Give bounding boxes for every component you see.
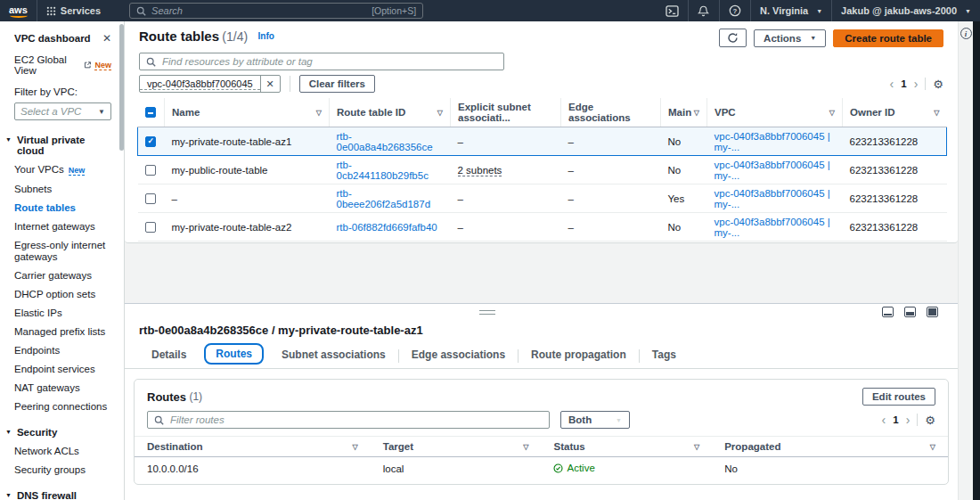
- sort-icon[interactable]: ▽: [523, 443, 528, 451]
- remove-filter-icon[interactable]: ✕: [260, 76, 280, 92]
- panel-layout-split-icon[interactable]: [904, 307, 916, 317]
- sort-icon[interactable]: ▽: [353, 443, 358, 451]
- split-panel-drag-handle[interactable]: [479, 310, 495, 315]
- sidebar-scrollbar[interactable]: [118, 21, 125, 500]
- sidebar-item-nat-gateways[interactable]: NAT gateways: [14, 382, 111, 394]
- result-count: (1/4): [222, 29, 248, 44]
- info-link[interactable]: Info: [258, 31, 274, 41]
- help-button[interactable]: ?: [720, 0, 750, 21]
- sort-icon[interactable]: ▽: [829, 109, 835, 117]
- route-table-id-link[interactable]: rtb-06f882fd669fafb40: [337, 222, 437, 233]
- sidebar-item-internet-gateways[interactable]: Internet gateways: [14, 221, 111, 233]
- refresh-button[interactable]: [719, 29, 747, 47]
- route-type-select[interactable]: Both ▼: [560, 411, 630, 429]
- sort-icon[interactable]: ▽: [316, 109, 322, 117]
- prev-page-icon[interactable]: ‹: [882, 414, 886, 426]
- prev-page-icon[interactable]: ‹: [890, 78, 894, 90]
- collapsed-help-panel-strip[interactable]: [973, 21, 980, 500]
- create-route-table-button[interactable]: Create route table: [833, 29, 943, 47]
- tab-route-propagation[interactable]: Route propagation: [519, 343, 639, 368]
- cell-name: my-private-route-table-az2: [165, 213, 330, 242]
- routes-filter-input[interactable]: [170, 414, 543, 425]
- sidebar-title[interactable]: VPC dashboard: [14, 33, 91, 44]
- routes-filter[interactable]: [147, 411, 550, 429]
- row-checkbox[interactable]: [145, 193, 156, 204]
- close-icon[interactable]: ✕: [102, 32, 111, 45]
- tab-details[interactable]: Details: [139, 343, 199, 368]
- subnet-associations-link[interactable]: 2 subnets: [458, 165, 502, 176]
- row-checkbox[interactable]: [145, 222, 156, 233]
- route-table-id-link[interactable]: rtb-0e00a8a4b268356ce: [337, 131, 433, 152]
- table-row[interactable]: my-private-route-table-az1 rtb-0e00a8a4b…: [138, 127, 947, 156]
- sort-icon[interactable]: ▽: [437, 109, 443, 117]
- sort-icon[interactable]: ▽: [694, 109, 699, 117]
- cell-name: my-private-route-table-az1: [165, 127, 330, 156]
- vpc-link[interactable]: vpc-040f3a8bbf7006045 | my-...: [715, 160, 830, 181]
- sidebar-item-security-groups[interactable]: Security groups: [14, 464, 111, 476]
- panel-layout-bottom-icon[interactable]: [882, 307, 894, 317]
- global-search-input[interactable]: [151, 5, 366, 16]
- aws-logo[interactable]: aws: [9, 4, 28, 18]
- sidebar-item-network-acls[interactable]: Network ACLs: [14, 446, 111, 457]
- vpc-link[interactable]: vpc-040f3a8bbf7006045 | my-...: [715, 131, 830, 152]
- info-icon[interactable]: i: [960, 28, 972, 39]
- sidebar-item-your-vpcs[interactable]: Your VPCsNew: [14, 164, 111, 176]
- panel-layout-full-icon[interactable]: [927, 307, 938, 317]
- column-header-explicit-subnet-associations: Explicit subnet associati...: [458, 102, 531, 123]
- vpc-link[interactable]: vpc-040f3a8bbf7006045 | my-...: [715, 217, 830, 238]
- resource-filter[interactable]: [139, 53, 504, 70]
- cloudshell-button[interactable]: [657, 0, 688, 21]
- page-number[interactable]: 1: [901, 78, 906, 89]
- sort-icon[interactable]: ▽: [934, 109, 939, 117]
- sidebar-item-route-tables[interactable]: Route tables: [14, 202, 111, 214]
- tab-edge-associations[interactable]: Edge associations: [399, 343, 518, 368]
- tab-subnet-associations[interactable]: Subnet associations: [269, 343, 398, 368]
- sidebar-item-endpoint-services[interactable]: Endpoint services: [14, 364, 111, 375]
- resource-filter-input[interactable]: [162, 56, 497, 67]
- new-badge: New: [94, 61, 111, 70]
- sidebar-item-dhcp-option-sets[interactable]: DHCP option sets: [14, 289, 111, 300]
- vpc-link[interactable]: vpc-040f3a8bbf7006045 | my-...: [715, 188, 830, 209]
- table-row[interactable]: – rtb-0beee206f2a5d187d – – Yes vpc-040f…: [138, 184, 947, 213]
- table-settings-gear-icon[interactable]: ⚙: [933, 78, 943, 90]
- sidebar-item-ec2-global-view[interactable]: EC2 Global View New: [14, 54, 111, 76]
- table-settings-gear-icon[interactable]: ⚙: [925, 414, 935, 426]
- sort-icon[interactable]: ▽: [930, 443, 935, 451]
- column-header-name: Name: [172, 107, 200, 118]
- sidebar-item-elastic-ips[interactable]: Elastic IPs: [14, 307, 111, 319]
- sort-icon[interactable]: ▽: [694, 443, 699, 451]
- sidebar-item-endpoints[interactable]: Endpoints: [14, 345, 111, 357]
- tab-routes[interactable]: Routes: [204, 343, 264, 365]
- route-table-id-link[interactable]: rtb-0cb2441180b29fb5c: [337, 160, 429, 181]
- services-menu-button[interactable]: Services: [37, 0, 110, 21]
- sidebar-item-egress-only-internet-gateways[interactable]: Egress-only internet gateways: [14, 240, 111, 263]
- table-row[interactable]: my-public-route-table rtb-0cb2441180b29f…: [138, 156, 947, 184]
- sidebar-item-managed-prefix-lists[interactable]: Managed prefix lists: [14, 326, 111, 338]
- scrollbar-thumb[interactable]: [119, 24, 124, 151]
- table-row[interactable]: my-private-route-table-az2 rtb-06f882fd6…: [138, 213, 947, 242]
- page-number[interactable]: 1: [893, 414, 898, 425]
- sidebar-item-carrier-gateways[interactable]: Carrier gateways: [14, 270, 111, 282]
- row-checkbox[interactable]: [145, 165, 156, 176]
- row-checkbox[interactable]: [145, 136, 156, 147]
- actions-button[interactable]: Actions ▼: [754, 29, 826, 47]
- section-virtual-private-cloud[interactable]: ▼Virtual private cloud: [5, 135, 111, 156]
- account-menu[interactable]: Jakub @ jakub-aws-2000 ▼: [832, 0, 980, 21]
- tab-tags[interactable]: Tags: [640, 343, 689, 368]
- section-security[interactable]: ▼Security: [5, 427, 111, 438]
- filter-chip: vpc-040f3a8bbf7006045 ✕: [139, 75, 281, 93]
- select-all-checkbox[interactable]: [145, 107, 156, 118]
- notifications-button[interactable]: [689, 0, 719, 21]
- vpc-select[interactable]: Select a VPC ▼: [14, 102, 111, 120]
- route-table-id-link[interactable]: rtb-0beee206f2a5d187d: [337, 188, 431, 209]
- sidebar-item-subnets[interactable]: Subnets: [14, 184, 111, 195]
- clear-filters-button[interactable]: Clear filters: [299, 75, 375, 93]
- sidebar-item-peering-connections[interactable]: Peering connections: [14, 401, 111, 413]
- global-search[interactable]: [Option+S]: [129, 3, 423, 19]
- section-dns-firewall[interactable]: ▼DNS firewall: [5, 490, 111, 500]
- next-page-icon[interactable]: ›: [914, 78, 919, 90]
- edit-routes-button[interactable]: Edit routes: [862, 388, 935, 406]
- region-selector[interactable]: N. Virginia ▼: [751, 0, 831, 21]
- next-page-icon[interactable]: ›: [906, 414, 911, 426]
- chevron-down-icon: ▼: [98, 108, 105, 116]
